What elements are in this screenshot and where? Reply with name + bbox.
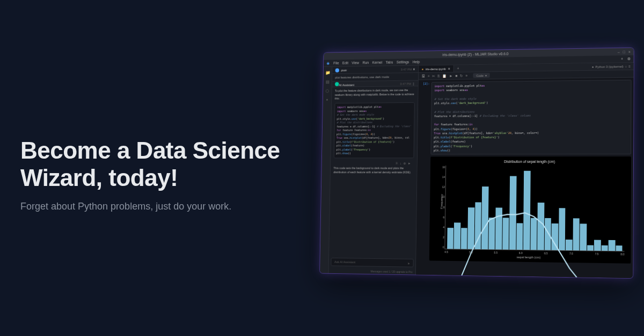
chart-bar: [559, 208, 566, 250]
notebook-tab[interactable]: ● iris-demo.ipynb ✕: [419, 65, 454, 72]
xtick: 7.0: [569, 252, 573, 255]
chart-bar: [509, 176, 516, 249]
chat-action-3[interactable]: ►: [408, 161, 411, 166]
menu-item-run[interactable]: Run: [362, 61, 369, 64]
kernel-menu-icon[interactable]: ≡: [628, 65, 630, 68]
tab-close-icon[interactable]: ✕: [448, 67, 451, 71]
toolbar-icon-7[interactable]: ↻: [460, 73, 463, 77]
xtick: 8.0: [620, 252, 624, 256]
chart-bar: [468, 207, 475, 249]
sidebar-icon-0[interactable]: 📁: [325, 70, 330, 76]
xtick: 7.5: [595, 252, 599, 256]
chart-title: Distribution of sepal length (cm): [434, 160, 628, 163]
sidebar-icon-3[interactable]: ⚬: [325, 98, 330, 103]
chart-bar: [594, 240, 601, 251]
chat-footer: Messages used 1 / 20 upgrade to Pro: [329, 268, 416, 274]
ytick: 14: [438, 175, 445, 178]
chat-panel: piotr 3:47 PM ✕ plot features distributi…: [329, 66, 419, 275]
cell-type-select[interactable]: Code ▾: [473, 73, 490, 78]
chart-bar: [488, 218, 495, 249]
chart-bar: [502, 218, 509, 250]
chart-bar: [474, 202, 481, 249]
add-tab-button[interactable]: +: [454, 66, 462, 70]
chart-bar: [461, 228, 467, 249]
chart-output: Distribution of sepal length (cm) Freque…: [429, 156, 631, 264]
menu-item-help[interactable]: Help: [413, 60, 420, 64]
chat-action-1[interactable]: ↓: [400, 161, 401, 166]
ai-name: AI Assistant: [339, 83, 354, 86]
chart-bar: [447, 228, 453, 249]
chat-input[interactable]: Ask AI Assistant ➤: [331, 258, 413, 267]
send-icon[interactable]: ➤: [407, 261, 410, 265]
toolbar-icon-8[interactable]: »: [465, 73, 467, 77]
code-cell[interactable]: import matplotlib.pyplot pltasimport sea…: [430, 80, 631, 155]
chart-plot-area: Frequency 1614121086420: [444, 166, 625, 252]
menu-item-settings[interactable]: Settings: [397, 60, 409, 64]
toolbar-icon-3[interactable]: ⎘: [438, 74, 440, 78]
hero-title: Become a Data Science Wizard, today!: [20, 137, 305, 191]
xtick: 4.5: [444, 250, 448, 253]
ai-response-text: To plot the feature distributions in dar…: [335, 88, 415, 101]
toolbar-icon-4[interactable]: 📋: [442, 74, 447, 78]
ytick: 0: [437, 245, 444, 249]
file-icon: ●: [422, 68, 423, 71]
cell-type-label: Code: [476, 74, 484, 77]
sidebar-icon-2[interactable]: ⬡: [325, 88, 330, 94]
ai-code-block: import matplotlib.pyplot pltasimport sea…: [334, 102, 415, 158]
hero-subtitle: Forget about Python problems, just do yo…: [20, 201, 305, 212]
toolbar-icon-5[interactable]: ►: [449, 74, 453, 78]
chat-action-2[interactable]: ⊕: [404, 161, 406, 166]
chart-bar: [481, 186, 488, 249]
cell-prompt: [2]:: [420, 82, 431, 154]
app-icon: ◉: [326, 61, 330, 65]
toolbar-icon-1[interactable]: +: [428, 74, 430, 78]
xtick: 6.0: [519, 251, 523, 255]
chart-bar: [566, 240, 572, 250]
menu-item-tabs[interactable]: Tabs: [386, 61, 393, 64]
toolbar-icon-0[interactable]: 🖫: [422, 74, 426, 78]
chat-placeholder: Ask AI Assistant: [334, 260, 355, 264]
chart-bar: [523, 171, 530, 250]
ytick: 12: [438, 185, 445, 189]
sidebar-icon-1[interactable]: ▤: [325, 79, 330, 85]
window-title: iris-demo.ipynb (2) - MLJAR Studio v0.6.…: [442, 51, 508, 56]
chart-bar: [516, 223, 523, 250]
xtick: 6.5: [544, 252, 548, 255]
maximize-icon[interactable]: □: [623, 50, 625, 54]
notebook-panel: ● iris-demo.ipynb ✕ + ● Python 3 (ipyker…: [416, 63, 634, 278]
app-window: iris-demo.ipynb (2) - MLJAR Studio v0.6.…: [320, 48, 634, 278]
chat-action-0[interactable]: ⎘: [396, 161, 398, 166]
chart-bar: [495, 207, 502, 250]
chevron-down-icon: ▾: [485, 73, 487, 77]
ytick: 10: [437, 196, 444, 199]
ytick: 6: [437, 215, 444, 219]
toolbar-icon-6[interactable]: ■: [455, 74, 457, 78]
menu-item-file[interactable]: File: [333, 61, 339, 65]
close-chat-icon[interactable]: ✕: [413, 68, 415, 71]
kernel-label[interactable]: Python 3 (ipykernel): [595, 65, 624, 69]
chart-bar: [609, 240, 615, 251]
settings-icon[interactable]: ⚙: [627, 57, 631, 61]
chart-bar: [537, 203, 544, 250]
chart-bar: [580, 224, 587, 251]
ytick: 8: [437, 205, 444, 208]
menu-item-edit[interactable]: Edit: [342, 61, 348, 65]
chart-bar: [552, 223, 559, 250]
minimize-icon[interactable]: –: [618, 50, 620, 54]
menu-item-view[interactable]: View: [352, 61, 359, 65]
kernel-status-icon: ●: [592, 65, 594, 68]
ai-menu-icon[interactable]: ⋮: [412, 82, 415, 85]
kernel-ring-icon: ○: [625, 65, 627, 68]
ai-response-outro: This code sets the background to dark mo…: [333, 167, 414, 175]
chart-bar: [544, 218, 551, 250]
user-avatar: [335, 68, 339, 72]
msg-time: 3:47 PM: [401, 68, 412, 71]
close-icon[interactable]: ×: [628, 50, 631, 54]
user-name: piotr: [341, 69, 347, 72]
menu-item-kernel[interactable]: Kernel: [372, 61, 383, 64]
chart-bar: [601, 245, 608, 251]
xtick: 5.0: [469, 251, 473, 254]
add-button[interactable]: +: [621, 57, 623, 61]
toolbar-icon-2[interactable]: ✂: [432, 74, 435, 78]
tab-label: iris-demo.ipynb: [426, 67, 446, 70]
